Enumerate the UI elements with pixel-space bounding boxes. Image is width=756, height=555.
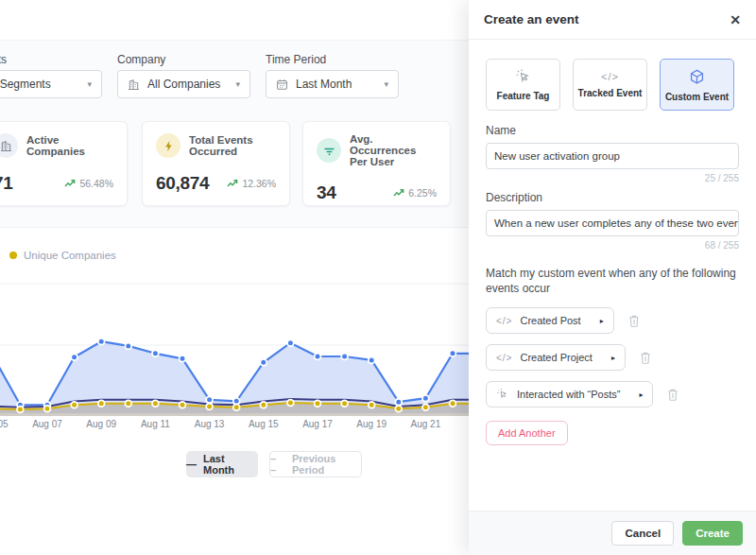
trend-up-icon: [227, 179, 238, 188]
svg-text:Aug 19: Aug 19: [356, 419, 387, 429]
cancel-button[interactable]: Cancel: [611, 521, 674, 546]
trash-icon[interactable]: [666, 388, 679, 402]
name-input[interactable]: New user activation group: [486, 143, 739, 169]
type-card-label: Custom Event: [665, 92, 729, 102]
add-another-button[interactable]: Add Another: [486, 421, 568, 445]
toggle-previous-period[interactable]: – – Previous Period: [269, 451, 362, 477]
event-rule-row: </> Created Post ▸: [486, 307, 739, 334]
building-icon: [128, 78, 140, 91]
svg-text:Aug 05: Aug 05: [0, 419, 9, 429]
code-icon: </>: [496, 316, 512, 326]
chevron-right-icon: ▸: [639, 390, 643, 399]
cube-icon: [688, 68, 706, 86]
chevron-down-icon: ▾: [235, 79, 240, 89]
create-button[interactable]: Create: [682, 521, 743, 546]
event-chip-label: Interacted with “Posts”: [517, 389, 620, 400]
legend-dot-icon: [9, 251, 17, 259]
stat-label: Active Companies: [26, 134, 113, 157]
description-char-counter: 68 / 255: [486, 240, 739, 251]
event-chip-created-post[interactable]: </> Created Post ▸: [486, 307, 614, 334]
events-chart[interactable]: Aug 05Aug 07Aug 09Aug 11Aug 13Aug 15Aug …: [0, 274, 472, 435]
name-label: Name: [486, 124, 739, 137]
svg-text:Aug 21: Aug 21: [411, 419, 441, 429]
time-period-filter-label: Time Period: [266, 53, 326, 66]
code-icon: </>: [601, 71, 619, 82]
stat-trend: 12.36%: [227, 178, 276, 189]
stat-card-avg-occurrences: Avg. Occurrences Per User 34 6.25%: [302, 121, 451, 206]
code-icon: </>: [496, 353, 512, 363]
stat-label: Avg. Occurrences Per User: [350, 133, 437, 167]
company-dropdown-value: All Companies: [147, 78, 220, 91]
click-icon: [496, 388, 509, 401]
dashed-line-icon: – –: [270, 453, 285, 476]
trash-icon[interactable]: [627, 314, 641, 328]
chevron-right-icon: ▸: [611, 354, 615, 362]
type-card-tracked-event[interactable]: </> Tracked Event: [573, 59, 647, 111]
event-type-selector: Feature Tag </> Tracked Event Custom Eve…: [486, 59, 739, 111]
trend-up-icon: [64, 179, 76, 188]
event-rule-row: Interacted with “Posts” ▸: [486, 381, 739, 408]
segments-filter-label: Segments: [0, 53, 7, 66]
name-char-counter: 25 / 255: [486, 173, 739, 183]
description-input[interactable]: When a new user completes any of these t…: [486, 210, 739, 236]
svg-text:Aug 15: Aug 15: [249, 419, 279, 429]
click-icon: [515, 68, 532, 85]
trend-up-icon: [393, 188, 404, 198]
panel-header: Create an event ✕: [469, 0, 756, 40]
lightning-icon: [156, 133, 180, 158]
building-icon: [0, 133, 18, 158]
chevron-down-icon: ▾: [384, 79, 388, 89]
description-label: Description: [486, 191, 739, 204]
chevron-right-icon: ▸: [600, 317, 604, 325]
legend-item-unique-companies[interactable]: Unique Companies: [9, 250, 116, 261]
time-period-dropdown[interactable]: Last Month ▾: [266, 70, 399, 98]
type-card-feature-tag[interactable]: Feature Tag: [486, 59, 560, 111]
solid-line-icon: —: [186, 459, 197, 470]
create-event-panel: Create an event ✕ Feature Tag </> Tracke…: [469, 0, 756, 555]
segments-dropdown[interactable]: All Segments ▾: [0, 70, 102, 98]
type-card-label: Tracked Event: [578, 88, 643, 98]
svg-text:Aug 09: Aug 09: [86, 419, 116, 429]
svg-text:Aug 17: Aug 17: [302, 419, 333, 429]
stat-value: 71: [0, 173, 13, 194]
legend-label: Unique Companies: [24, 250, 116, 261]
match-rule-label: Match my custom event when any of the fo…: [486, 266, 739, 296]
time-period-dropdown-value: Last Month: [296, 78, 352, 91]
type-card-label: Feature Tag: [497, 91, 550, 101]
svg-text:Aug 13: Aug 13: [195, 419, 225, 429]
event-rule-row: </> Created Project ▸: [486, 344, 739, 371]
stat-trend: 6.25%: [393, 187, 437, 199]
panel-footer: Cancel Create: [469, 511, 756, 555]
stat-card-active-companies: Active Companies 71 56.48%: [0, 121, 128, 206]
stat-value: 60,874: [156, 173, 209, 194]
svg-text:Aug 11: Aug 11: [141, 419, 170, 429]
trash-icon[interactable]: [639, 351, 652, 365]
stat-value: 34: [317, 182, 336, 203]
type-card-custom-event[interactable]: Custom Event: [660, 59, 734, 111]
calendar-icon: [276, 78, 288, 91]
toggle-last-month[interactable]: — Last Month: [186, 451, 258, 477]
stat-label: Total Events Occurred: [189, 134, 276, 157]
event-chip-created-project[interactable]: </> Created Project ▸: [486, 344, 626, 371]
event-chip-label: Created Post: [520, 315, 580, 326]
average-icon: [317, 138, 341, 163]
close-icon[interactable]: ✕: [730, 13, 741, 26]
company-dropdown[interactable]: All Companies ▾: [117, 70, 250, 98]
stat-trend: 56.48%: [64, 178, 113, 189]
event-chip-label: Created Project: [520, 352, 592, 363]
panel-body: Feature Tag </> Tracked Event Custom Eve…: [469, 40, 756, 445]
stat-card-total-events: Total Events Occurred 60,874 12.36%: [142, 121, 290, 206]
chevron-down-icon: ▾: [87, 79, 92, 89]
company-filter-label: Company: [117, 53, 165, 66]
svg-text:Aug 07: Aug 07: [32, 419, 62, 429]
panel-title: Create an event: [484, 12, 579, 26]
event-chip-interacted-with-posts[interactable]: Interacted with “Posts” ▸: [486, 381, 653, 408]
segments-dropdown-value: All Segments: [0, 78, 51, 91]
